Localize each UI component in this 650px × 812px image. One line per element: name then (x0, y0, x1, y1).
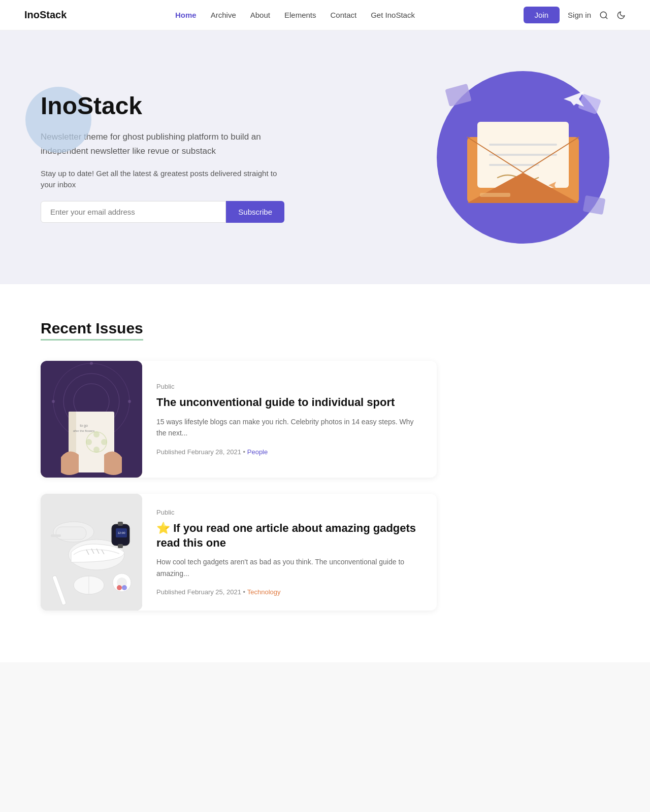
nav-home[interactable]: Home (175, 11, 197, 19)
envelope-illustration (462, 107, 584, 208)
search-icon (599, 11, 608, 20)
article-excerpt-1: 15 ways lifestyle blogs can make you ric… (156, 416, 422, 439)
svg-point-16 (90, 362, 93, 365)
article-badge-2: Public (156, 509, 422, 516)
article-dot-2: • (243, 588, 247, 596)
article-tag-1[interactable]: People (247, 448, 268, 456)
subscribe-button[interactable]: Subscribe (226, 201, 284, 223)
article-meta-2: Published February 25, 2021 • Technology (156, 588, 422, 596)
svg-text:after the flowers: after the flowers (73, 429, 95, 432)
nav-links: Home Archive About Elements Contact Get … (175, 11, 415, 20)
article-title-2: ⭐ If you read one article about amazing … (156, 521, 422, 550)
navigation: InoStack Home Archive About Elements Con… (0, 0, 650, 30)
article-card-2[interactable]: 12:00 Public ⭐ If you read one article a… (41, 494, 437, 611)
svg-point-45 (122, 585, 127, 590)
article-published-1: Published February 28, 2021 (156, 448, 241, 456)
svg-rect-33 (51, 534, 61, 537)
article-tag-2[interactable]: Technology (247, 588, 281, 596)
signin-button[interactable]: Sign in (568, 11, 591, 19)
article-dot-1: • (243, 448, 247, 456)
article-published-2: Published February 25, 2021 (156, 588, 241, 596)
article-title-text-2: If you read one article about amazing ga… (156, 522, 416, 549)
svg-rect-32 (56, 527, 86, 539)
hero-cta-text: Stay up to date! Get all the latest & gr… (41, 168, 284, 191)
hero-title: InoStack (41, 92, 284, 120)
gadgets-svg: 12:00 (41, 494, 142, 611)
paper-snippet-3 (583, 195, 606, 215)
svg-point-25 (86, 439, 92, 445)
nav-contact[interactable]: Contact (330, 11, 356, 19)
article-meta-1: Published February 28, 2021 • People (156, 448, 422, 456)
article-body-1: Public The unconventional guide to indiv… (142, 361, 437, 478)
article-badge-1: Public (156, 383, 422, 390)
article-card-1[interactable]: to go after the flowers Public The uncon… (41, 361, 437, 478)
airplane-icon (564, 91, 584, 109)
article-image-2: 12:00 (41, 494, 142, 611)
svg-point-26 (101, 439, 107, 445)
svg-line-1 (605, 17, 607, 18)
svg-point-19 (128, 400, 131, 403)
book-svg: to go after the flowers (41, 361, 142, 478)
svg-point-44 (117, 585, 122, 590)
nav-elements[interactable]: Elements (284, 11, 316, 19)
svg-point-18 (52, 400, 55, 403)
recent-issues-section: Recent Issues (0, 284, 650, 662)
svg-text:to go: to go (80, 424, 88, 428)
envelope-circle (437, 71, 609, 244)
article-emoji-2: ⭐ (156, 522, 170, 534)
svg-rect-35 (118, 522, 123, 526)
subscribe-form: Subscribe (41, 201, 284, 223)
hero-content: InoStack Newsletter theme for ghost publ… (41, 92, 284, 222)
paper-snippet-1 (445, 84, 472, 107)
svg-point-24 (93, 447, 100, 453)
svg-rect-36 (118, 544, 123, 548)
recent-issues-title: Recent Issues (41, 320, 143, 341)
article-image-1: to go after the flowers (41, 361, 142, 478)
nav-archive[interactable]: Archive (211, 11, 236, 19)
moon-icon (616, 11, 626, 20)
email-input[interactable] (41, 201, 226, 223)
svg-text:12:00: 12:00 (117, 531, 125, 534)
search-button[interactable] (599, 11, 608, 20)
nav-actions: Join Sign in (524, 7, 626, 23)
nav-about[interactable]: About (250, 11, 270, 19)
theme-toggle-button[interactable] (616, 11, 626, 20)
svg-rect-11 (480, 193, 510, 197)
hero-section: InoStack Newsletter theme for ghost publ… (0, 30, 650, 284)
nav-get-inostack[interactable]: Get InoStack (371, 11, 415, 19)
join-button[interactable]: Join (524, 7, 560, 23)
article-body-2: Public ⭐ If you read one article about a… (142, 494, 437, 611)
article-excerpt-2: How cool tech gadgets aren't as bad as y… (156, 556, 422, 579)
hero-illustration (437, 71, 609, 244)
article-title-1: The unconventional guide to individual s… (156, 395, 422, 410)
nav-logo[interactable]: InoStack (24, 9, 67, 21)
